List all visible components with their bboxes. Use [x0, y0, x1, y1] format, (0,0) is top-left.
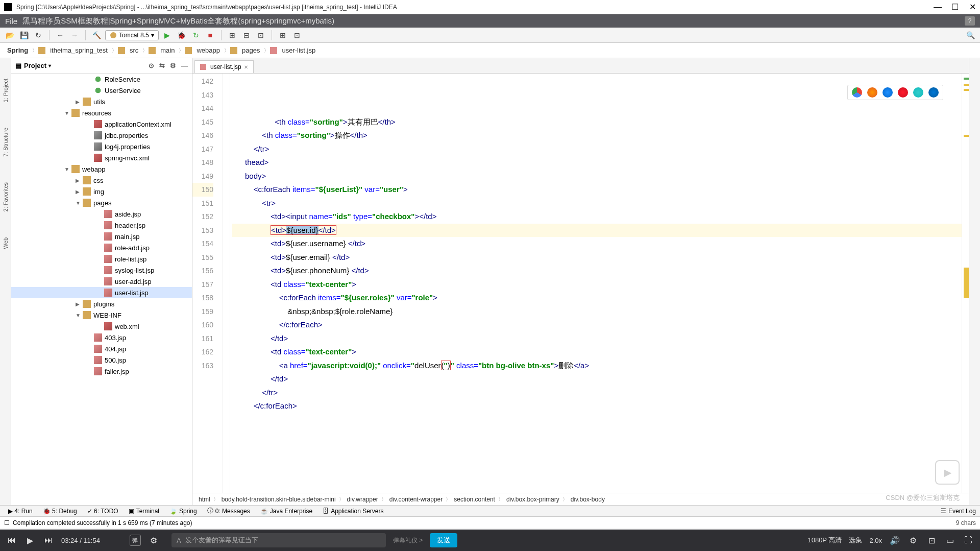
pip-icon[interactable]: ⊡ [926, 535, 937, 546]
web-tool-tab[interactable]: Web [3, 237, 9, 249]
edge-icon[interactable] [928, 87, 939, 98]
tree-item[interactable]: ▶plugins [11, 298, 192, 309]
tree-item[interactable]: log4j.properties [11, 141, 192, 152]
code-line[interactable]: <td>${user.phoneNum} </td> [232, 264, 962, 278]
spring-tab[interactable]: 🍃 Spring [165, 507, 201, 516]
tree-item[interactable]: ▼resources [11, 107, 192, 118]
tree-arrow-icon[interactable]: ▶ [76, 99, 83, 105]
forward-icon[interactable]: → [69, 30, 80, 41]
tree-item[interactable]: web.xml [11, 321, 192, 332]
tree-item[interactable]: spring-mvc.xml [11, 152, 192, 163]
fullscreen-icon[interactable]: ⛶ [963, 535, 974, 546]
font-icon[interactable]: A [177, 537, 181, 544]
tree-item[interactable]: main.jsp [11, 231, 192, 242]
code-line[interactable]: body> [232, 170, 962, 183]
project-tool-tab[interactable]: 1: Project [3, 79, 9, 102]
breadcrumb-item[interactable]: main [157, 45, 178, 55]
open-icon[interactable]: 📂 [4, 30, 15, 41]
ie-icon[interactable] [913, 87, 923, 98]
warning-marker[interactable] [964, 89, 969, 91]
fold-strip[interactable] [223, 74, 230, 493]
firefox-icon[interactable] [867, 87, 877, 98]
tree-item[interactable]: jdbc.properties [11, 130, 192, 141]
tree-item[interactable]: 403.jsp [11, 332, 192, 343]
code-line[interactable]: <td>${user.id}</td> [232, 224, 962, 237]
tree-item[interactable]: role-list.jsp [11, 253, 192, 265]
favorites-tool-tab[interactable]: 2: Favorites [3, 182, 9, 211]
next-icon[interactable]: ⏭ [43, 535, 54, 546]
chrome-icon[interactable] [852, 87, 862, 98]
tool-icon[interactable]: ⊞ [277, 30, 288, 41]
tree-arrow-icon[interactable]: ▼ [64, 110, 71, 116]
danmu-settings-icon[interactable]: ⚙ [148, 535, 159, 546]
tree-arrow-icon[interactable]: ▶ [76, 189, 83, 195]
dropdown-icon[interactable]: ▾ [48, 63, 51, 68]
app-servers-tab[interactable]: 🗄 Application Servers [318, 507, 387, 516]
code-line[interactable]: &nbsp;&nbsp;${role.roleName} [232, 305, 962, 319]
structure-tool-tab[interactable]: 7: Structure [3, 128, 9, 157]
danmu-input[interactable]: A 发个友善的弹幕见证当下 [172, 533, 386, 547]
tool-icon[interactable]: ⊡ [291, 30, 303, 41]
tree-item[interactable]: applicationContext.xml [11, 118, 192, 130]
code-line[interactable]: <td class="text-center"> [232, 345, 962, 359]
code-line[interactable]: <a href="javascript:void(0);" onclick="d… [232, 359, 962, 373]
play-icon[interactable]: ▶ [24, 535, 36, 546]
line-number-gutter[interactable]: 1421431441451461471481491501511521531541… [192, 74, 223, 493]
code-line[interactable]: </c:forEach> [232, 318, 962, 332]
editor-breadcrumb-item[interactable]: div.wrapper [345, 496, 380, 503]
code-line[interactable]: </td> [232, 332, 962, 346]
code-line[interactable]: </tr> [232, 142, 962, 156]
marker-strip[interactable] [962, 74, 969, 493]
code-line[interactable]: <td><input name="ids" type="checkbox"></… [232, 210, 962, 224]
stop-icon[interactable]: ■ [205, 30, 216, 41]
file-menu[interactable]: File [5, 17, 17, 26]
code-line[interactable]: </c:forEach> [232, 399, 962, 413]
sync-icon[interactable]: ↻ [33, 30, 44, 41]
tool-icon[interactable]: ⊡ [255, 30, 266, 41]
rerun-icon[interactable]: ↻ [190, 30, 202, 41]
code-line[interactable]: <td>${user.username} </td> [232, 237, 962, 251]
quality-selector[interactable]: 1080P 高清 [807, 536, 842, 545]
minimize-button[interactable]: — [934, 4, 941, 11]
tree-item[interactable]: ▶css [11, 175, 192, 186]
editor-breadcrumb-item[interactable]: html [197, 496, 212, 503]
settings-icon[interactable]: ⚙ [908, 535, 919, 546]
tree-arrow-icon[interactable]: ▶ [76, 301, 83, 307]
debug-icon[interactable]: 🐞 [176, 30, 187, 41]
close-button[interactable]: ✕ [969, 4, 976, 11]
warning-marker[interactable] [964, 268, 969, 298]
tree-item[interactable]: UserService [11, 85, 192, 96]
tool-icon[interactable]: ⊟ [241, 30, 252, 41]
tree-item[interactable]: ▶utils [11, 96, 192, 107]
save-icon[interactable]: 💾 [18, 30, 30, 41]
run-icon[interactable]: ▶ [162, 30, 173, 41]
speed-selector[interactable]: 2.0x [869, 537, 882, 544]
messages-tab[interactable]: ⓘ 0: Messages [203, 506, 254, 516]
warning-marker[interactable] [964, 135, 969, 137]
tree-item[interactable]: 404.jsp [11, 343, 192, 354]
breadcrumb-item[interactable]: user-list.jsp [279, 45, 318, 55]
wide-icon[interactable]: ▭ [944, 535, 955, 546]
opera-icon[interactable] [898, 87, 908, 98]
tool-icon[interactable]: ⊞ [227, 30, 238, 41]
build-icon[interactable]: 🔨 [91, 30, 102, 41]
safari-icon[interactable] [883, 87, 893, 98]
editor-breadcrumb-item[interactable]: div.box.box-primary [504, 496, 561, 503]
breadcrumb-item[interactable]: itheima_spring_test [47, 45, 111, 55]
send-button[interactable]: 发送 [430, 533, 457, 547]
editor-breadcrumb-item[interactable]: div.box-body [569, 496, 607, 503]
tree-item[interactable]: syslog-list.jsp [11, 265, 192, 276]
breadcrumb-item[interactable]: webapp [193, 45, 223, 55]
tree-arrow-icon[interactable]: ▼ [76, 313, 83, 318]
code-line[interactable]: <tr> [232, 197, 962, 210]
run-config-select[interactable]: Tomcat 8.5 ▾ [105, 30, 159, 40]
debug-tab[interactable]: 🐞 5: Debug [39, 507, 81, 516]
tree-item[interactable]: ▼WEB-INF [11, 309, 192, 321]
editor-tab[interactable]: user-list.jsp ✕ [194, 60, 254, 73]
scroll-from-source-icon[interactable]: ⊙ [149, 62, 154, 69]
editor-breadcrumb-item[interactable]: div.content-wrapper [387, 496, 445, 503]
run-tab[interactable]: ▶ 4: Run [4, 507, 37, 516]
collapse-icon[interactable]: ⇆ [159, 62, 165, 69]
tree-item[interactable]: ▼pages [11, 197, 192, 208]
code-line[interactable]: <c:forEach items="${user.roles}" var="ro… [232, 291, 962, 305]
